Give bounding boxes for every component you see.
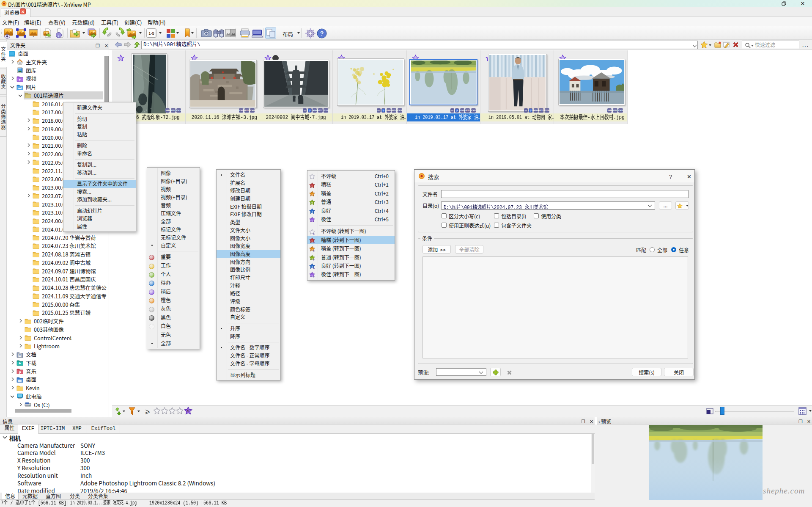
svg-text:5: 5 — [187, 409, 189, 413]
svg-text:i: i — [58, 33, 60, 38]
svg-text:1-5: 1-5 — [148, 31, 154, 36]
svg-text:?: ? — [320, 30, 324, 37]
